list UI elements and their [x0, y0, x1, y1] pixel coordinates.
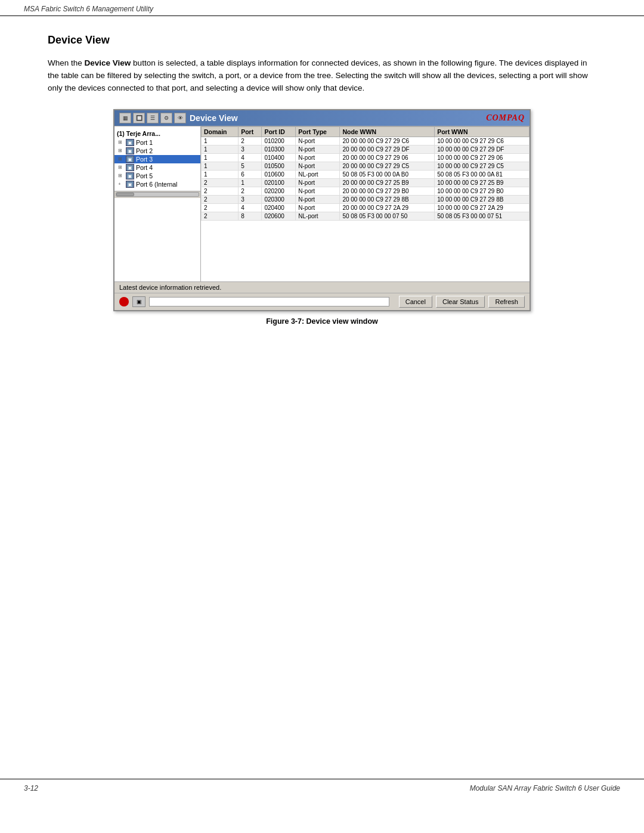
- cell-domain: 2: [202, 203, 239, 212]
- tree-item-port1[interactable]: ⊞ ▣ Port 1: [114, 138, 200, 147]
- table-row: 28020600NL-port50 08 05 F3 00 00 07 5050…: [202, 212, 530, 220]
- table-row: 24020400N-port20 00 00 00 C9 27 2A 2910 …: [202, 203, 530, 212]
- cell-port: 6: [239, 170, 262, 178]
- tree-item-port3[interactable]: ⊞ ▣ Port 3: [114, 155, 200, 163]
- cancel-button[interactable]: Cancel: [399, 296, 432, 308]
- col-port: Port: [239, 126, 262, 137]
- cell-node_wwn: 50 08 05 F3 00 00 0A B0: [340, 170, 435, 178]
- device-view-window: ▦ 🔲 ☰ ⚙ 👁 Device View COMPAQ (1) Terje A…: [113, 109, 531, 311]
- table-row: 23020300N-port20 00 00 00 C9 27 29 8B10 …: [202, 195, 530, 203]
- table-body: 12010200N-port20 00 00 00 C9 27 29 C610 …: [202, 137, 530, 220]
- cell-port_id: 010500: [262, 162, 296, 170]
- table-row: 15010500N-port20 00 00 00 C9 27 29 C510 …: [202, 162, 530, 170]
- tree-label-port6: Port 6 (Internal: [136, 181, 177, 188]
- figure-caption: Figure 3-7: Device view window: [48, 317, 596, 326]
- clear-status-button[interactable]: Clear Status: [436, 296, 485, 308]
- horizontal-scrollbar[interactable]: [114, 191, 200, 198]
- cell-port_id: 020300: [262, 195, 296, 203]
- cell-port_id: 010200: [262, 137, 296, 145]
- tree-label-port5: Port 5: [136, 172, 153, 179]
- expand-icon-port1: ⊞: [118, 140, 124, 145]
- col-port-type: Port Type: [296, 126, 340, 137]
- cell-port: 3: [239, 145, 262, 153]
- table-row: 22020200N-port20 00 00 00 C9 27 29 B010 …: [202, 187, 530, 195]
- scrollbar-thumb[interactable]: [116, 193, 134, 196]
- col-port-wwn: Port WWN: [435, 126, 530, 137]
- table-header-row: Domain Port Port ID Port Type Node WWN P…: [202, 126, 530, 137]
- tree-item-port2[interactable]: ⊞ ▣ Port 2: [114, 147, 200, 155]
- tree-root-label: (1) Terje Arra...: [117, 130, 160, 137]
- cell-port_wwn: 50 08 05 F3 00 00 0A 81: [435, 170, 530, 178]
- expand-icon-port6: +: [118, 181, 124, 187]
- cell-node_wwn: 20 00 00 00 C9 27 2A 29: [340, 203, 435, 212]
- button-bar: ▣ Cancel Clear Status Refresh: [114, 293, 530, 310]
- cell-node_wwn: 20 00 00 00 C9 27 29 C5: [340, 162, 435, 170]
- cell-port_type: N-port: [296, 162, 340, 170]
- refresh-button[interactable]: Refresh: [488, 296, 525, 308]
- cell-domain: 2: [202, 178, 239, 187]
- table-row: 21020100N-port20 00 00 00 C9 27 25 B910 …: [202, 178, 530, 187]
- cell-port_wwn: 10 00 00 00 C9 27 25 B9: [435, 178, 530, 187]
- tree-item-port5[interactable]: ⊞ ▣ Port 5: [114, 172, 200, 180]
- cell-port: 1: [239, 178, 262, 187]
- cell-port_wwn: 10 00 00 00 C9 27 29 8B: [435, 195, 530, 203]
- cell-port_id: 010300: [262, 145, 296, 153]
- small-icon: ▣: [132, 296, 145, 307]
- cell-port: 2: [239, 187, 262, 195]
- table-row: 12010200N-port20 00 00 00 C9 27 29 C610 …: [202, 137, 530, 145]
- cell-port_wwn: 10 00 00 00 C9 27 29 06: [435, 153, 530, 162]
- port-icon-2: ▣: [126, 147, 134, 154]
- cell-port_id: 020400: [262, 203, 296, 212]
- cell-node_wwn: 20 00 00 00 C9 27 25 B9: [340, 178, 435, 187]
- cell-node_wwn: 20 00 00 00 C9 27 29 06: [340, 153, 435, 162]
- view-icon: 👁: [174, 113, 186, 123]
- cell-node_wwn: 50 08 05 F3 00 00 07 50: [340, 212, 435, 220]
- port-icon-5: ▣: [126, 172, 134, 179]
- port-icon-3: ▣: [126, 156, 134, 163]
- tree-item-port4[interactable]: ⊞ ▣ Port 4: [114, 163, 200, 172]
- cell-domain: 2: [202, 195, 239, 203]
- tree-label-port1: Port 1: [136, 139, 153, 146]
- cell-domain: 1: [202, 137, 239, 145]
- expand-icon-port4: ⊞: [118, 165, 124, 170]
- cell-port_id: 020100: [262, 178, 296, 187]
- status-bar: Latest device information retrieved.: [114, 281, 530, 293]
- cell-port_id: 010400: [262, 153, 296, 162]
- cell-domain: 1: [202, 145, 239, 153]
- expand-icon-port5: ⊞: [118, 173, 124, 178]
- window-title: Device View: [190, 113, 482, 123]
- progress-bar: [149, 297, 389, 306]
- scrollbar-track[interactable]: [116, 192, 199, 197]
- expand-icon-port3: ⊞: [118, 156, 124, 162]
- cell-port: 8: [239, 212, 262, 220]
- cell-port_wwn: 10 00 00 00 C9 27 29 C6: [435, 137, 530, 145]
- body-text: When the Device View button is selected,…: [48, 57, 596, 95]
- table-row: 14010400N-port20 00 00 00 C9 27 29 0610 …: [202, 153, 530, 162]
- title-bar: ▦ 🔲 ☰ ⚙ 👁 Device View COMPAQ: [114, 110, 530, 126]
- cell-port_type: NL-port: [296, 170, 340, 178]
- cell-port: 5: [239, 162, 262, 170]
- cell-port_type: N-port: [296, 203, 340, 212]
- table-row: 16010600NL-port50 08 05 F3 00 00 0A B050…: [202, 170, 530, 178]
- settings-icon: ⚙: [160, 113, 172, 123]
- content-area: (1) Terje Arra... ⊞ ▣ Port 1 ⊞ ▣ Port 2 …: [114, 126, 530, 281]
- table-panel: Domain Port Port ID Port Type Node WWN P…: [201, 126, 530, 281]
- cell-node_wwn: 20 00 00 00 C9 27 29 8B: [340, 195, 435, 203]
- tree-root: (1) Terje Arra...: [114, 129, 200, 138]
- cell-port_id: 010600: [262, 170, 296, 178]
- cell-port_wwn: 50 08 05 F3 00 00 07 51: [435, 212, 530, 220]
- cell-port_type: N-port: [296, 187, 340, 195]
- cell-domain: 1: [202, 170, 239, 178]
- page-header: MSA Fabric Switch 6 Management Utility: [0, 0, 644, 16]
- cell-node_wwn: 20 00 00 00 C9 27 29 B0: [340, 187, 435, 195]
- cell-port: 4: [239, 203, 262, 212]
- tree-label-port4: Port 4: [136, 164, 153, 171]
- port-icon-6: ▣: [126, 181, 134, 188]
- device-view-bold: Device View: [85, 58, 131, 67]
- tree-item-port6[interactable]: + ▣ Port 6 (Internal: [114, 180, 200, 188]
- cell-port_id: 020200: [262, 187, 296, 195]
- section-heading: Device View: [48, 34, 596, 47]
- col-node-wwn: Node WWN: [340, 126, 435, 137]
- table-header: Domain Port Port ID Port Type Node WWN P…: [202, 126, 530, 137]
- col-domain: Domain: [202, 126, 239, 137]
